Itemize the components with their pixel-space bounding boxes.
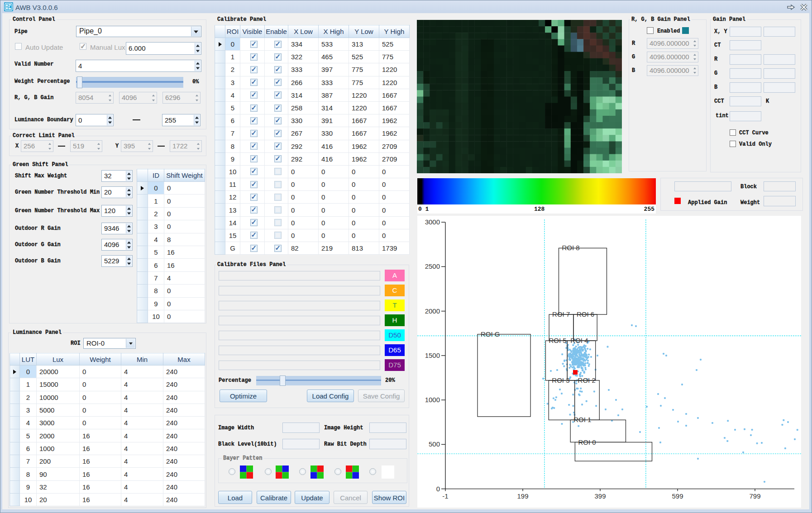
svg-text:599: 599	[672, 492, 683, 500]
svg-text:500: 500	[429, 440, 440, 448]
svg-text:2000: 2000	[425, 307, 440, 315]
svg-text:ROI G: ROI G	[481, 330, 500, 338]
svg-text:399: 399	[594, 492, 606, 500]
svg-text:3000: 3000	[425, 218, 440, 226]
svg-text:199: 199	[517, 492, 528, 500]
svg-text:1500: 1500	[425, 352, 440, 359]
svg-text:0: 0	[436, 485, 440, 493]
svg-text:-1: -1	[442, 492, 448, 500]
svg-text:ROI 8: ROI 8	[562, 244, 580, 252]
svg-text:2500: 2500	[425, 262, 440, 270]
svg-text:799: 799	[749, 492, 760, 500]
svg-text:1000: 1000	[425, 396, 440, 404]
